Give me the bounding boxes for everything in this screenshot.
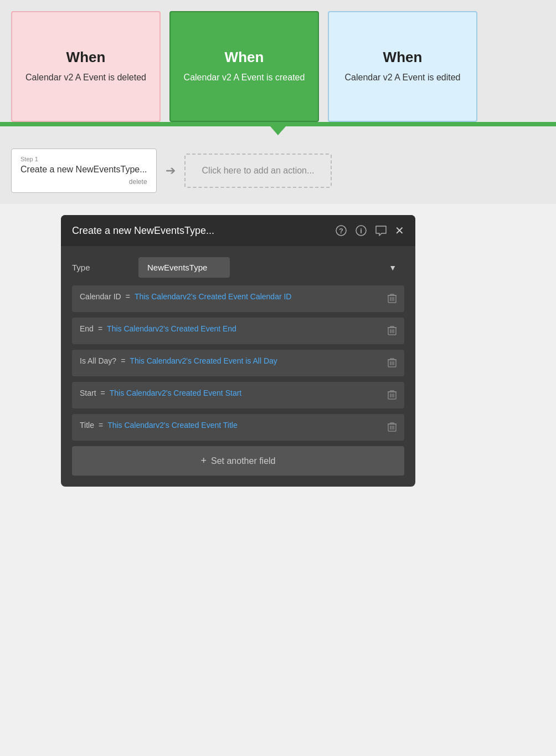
svg-text:?: ? (339, 227, 343, 235)
trigger-title-created: When (225, 49, 264, 66)
field-delete-icon[interactable] (388, 292, 397, 305)
data-field-row: Calendar ID = This Calendarv2's Created … (72, 285, 404, 312)
trigger-subtitle-edited: Calendar v2 A Event is edited (344, 71, 460, 84)
step1-card[interactable]: Step 1 Create a new NewEventsType... del… (11, 149, 157, 193)
field-value[interactable]: This Calendarv2's Created Event Start (110, 389, 241, 397)
help-icon[interactable]: ? (335, 224, 347, 237)
data-field-row: End = This Calendarv2's Created Event En… (72, 318, 404, 344)
field-name: Calendar ID (80, 292, 121, 301)
field-delete-icon[interactable] (388, 324, 397, 338)
trigger-title-edited: When (383, 49, 423, 66)
field-name: Title (80, 421, 94, 430)
field-delete-icon[interactable] (388, 421, 397, 434)
step1-title: Create a new NewEventsType... (20, 165, 147, 175)
field-name: End (80, 324, 94, 333)
type-label: Type (72, 263, 138, 272)
add-action-text: Click here to add an action... (202, 166, 315, 176)
modal-body: Type NewEventsType ▼ Calendar ID = This … (61, 246, 415, 487)
set-another-label: Set another field (211, 456, 276, 466)
field-value[interactable]: This Calendarv2's Created Event End (107, 324, 236, 333)
data-field-content: Is All Day? = This Calendarv2's Created … (80, 356, 382, 365)
type-field-row: Type NewEventsType ▼ (72, 257, 404, 278)
data-field-content: Calendar ID = This Calendarv2's Created … (80, 292, 382, 301)
modal-panel: Create a new NewEventsType... ? i ✕ (61, 215, 415, 487)
field-eq: = (98, 324, 102, 333)
steps-section: Step 1 Create a new NewEventsType... del… (0, 126, 556, 204)
svg-text:i: i (360, 227, 362, 235)
field-value[interactable]: This Calendarv2's Created Event Title (107, 421, 238, 430)
triggers-section: When Calendar v2 A Event is deleted When… (0, 0, 556, 122)
add-action-card[interactable]: Click here to add an action... (184, 154, 332, 188)
trigger-card-edited[interactable]: When Calendar v2 A Event is edited (328, 11, 477, 122)
type-select[interactable]: NewEventsType (138, 257, 230, 278)
data-field-row: Is All Day? = This Calendarv2's Created … (72, 350, 404, 376)
close-icon[interactable]: ✕ (395, 224, 404, 237)
comment-icon[interactable] (375, 224, 387, 237)
field-name: Start (80, 389, 96, 397)
green-bar-arrow (270, 126, 286, 135)
field-delete-icon[interactable] (388, 356, 397, 370)
set-another-field-button[interactable]: + Set another field (72, 446, 404, 476)
field-value[interactable]: This Calendarv2's Created Event is All D… (130, 356, 277, 365)
chevron-down-icon: ▼ (389, 263, 397, 272)
trigger-card-deleted[interactable]: When Calendar v2 A Event is deleted (11, 11, 161, 122)
modal-header: Create a new NewEventsType... ? i ✕ (61, 215, 415, 246)
data-field-row: Title = This Calendarv2's Created Event … (72, 414, 404, 441)
data-fields-container: Calendar ID = This Calendarv2's Created … (72, 285, 404, 441)
trigger-subtitle-created: Calendar v2 A Event is created (184, 71, 305, 84)
field-delete-icon[interactable] (388, 389, 397, 402)
field-eq: = (121, 356, 125, 365)
data-field-row: Start = This Calendarv2's Created Event … (72, 382, 404, 408)
data-field-content: Start = This Calendarv2's Created Event … (80, 389, 382, 397)
trigger-subtitle-deleted: Calendar v2 A Event is deleted (25, 71, 146, 84)
field-eq: = (101, 389, 105, 397)
field-name: Is All Day? (80, 356, 116, 365)
trigger-title-deleted: When (66, 49, 106, 66)
step1-label: Step 1 (20, 156, 147, 162)
step1-delete[interactable]: delete (20, 178, 147, 186)
info-icon[interactable]: i (355, 224, 367, 237)
type-select-wrapper: NewEventsType ▼ (138, 257, 404, 278)
field-eq: = (99, 421, 103, 430)
step-arrow-icon: ➔ (166, 164, 176, 178)
field-eq: = (126, 292, 130, 301)
modal-title: Create a new NewEventsType... (72, 225, 214, 237)
trigger-card-created[interactable]: When Calendar v2 A Event is created (169, 11, 319, 122)
data-field-content: End = This Calendarv2's Created Event En… (80, 324, 382, 333)
data-field-content: Title = This Calendarv2's Created Event … (80, 421, 382, 430)
green-divider-bar (0, 122, 556, 126)
field-value[interactable]: This Calendarv2's Created Event Calendar… (135, 292, 292, 301)
modal-icons: ? i ✕ (335, 224, 404, 237)
plus-icon: + (200, 455, 207, 467)
